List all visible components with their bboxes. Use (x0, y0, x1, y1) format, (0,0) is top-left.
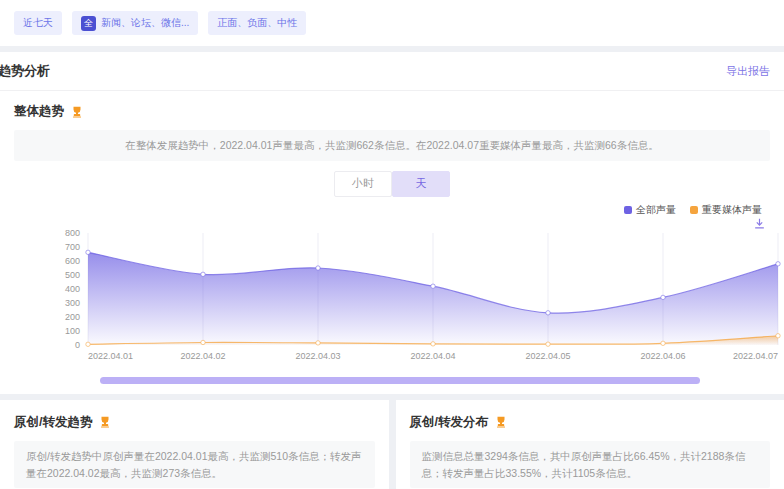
filter-chip-daterange[interactable]: 近七天 (14, 11, 62, 35)
trend-analysis-card: 趋势分析 导出报告 整体趋势 在整体发展趋势中，2022.04.01声量最高，共… (0, 52, 784, 394)
download-chart-icon[interactable] (753, 217, 766, 230)
data-point (86, 250, 90, 254)
data-point (316, 340, 320, 344)
data-point (431, 284, 435, 288)
legend-swatch-icon (624, 206, 632, 214)
legend-swatch-icon (690, 206, 698, 214)
x-axis-label: 2022.04.01 (88, 351, 133, 361)
original-repost-trend-summary: 原创/转发趋势中原创声量在2022.04.01最高，共监测510条信息；转发声量… (14, 441, 375, 489)
source-all-icon: 全 (81, 16, 96, 31)
overall-summary: 在整体发展趋势中，2022.04.01声量最高，共监测662条信息。在2022.… (14, 130, 770, 161)
chart-legend: 全部声量重要媒体声量 (14, 203, 770, 217)
x-axis-label: 2022.04.07 (733, 351, 778, 361)
data-point (201, 340, 205, 344)
y-axis-label: 500 (65, 270, 80, 280)
y-axis-label: 300 (65, 298, 80, 308)
y-axis-label: 700 (65, 242, 80, 252)
granularity-toggle: 小时 天 (334, 171, 450, 197)
export-report-link[interactable]: 导出报告 (726, 64, 770, 79)
original-repost-trend-card: 原创/转发趋势 原创/转发趋势中原创声量在2022.04.01最高，共监测510… (0, 400, 389, 489)
data-point (316, 266, 320, 270)
data-point (546, 342, 550, 346)
original-repost-trend-title: 原创/转发趋势 (14, 414, 92, 431)
page-title: 趋势分析 (0, 62, 50, 80)
datazoom-slider[interactable] (100, 377, 700, 384)
trend-chart: 2022.04.012022.04.022022.04.032022.04.04… (14, 219, 784, 361)
original-repost-distribution-card: 原创/转发分布 监测信息总量3294条信息，其中原创声量占比66.45%，共计2… (396, 400, 784, 489)
legend-item[interactable]: 重要媒体声量 (690, 203, 762, 217)
data-point (546, 310, 550, 314)
toggle-hour-button[interactable]: 小时 (334, 171, 392, 197)
y-axis-label: 100 (65, 326, 80, 336)
y-axis-label: 400 (65, 284, 80, 294)
award-icon (70, 105, 84, 119)
filter-chip-sources[interactable]: 全 新闻、论坛、微信... (72, 11, 198, 35)
data-point (776, 261, 780, 265)
original-repost-distribution-title: 原创/转发分布 (410, 414, 488, 431)
y-axis-label: 800 (65, 228, 80, 238)
overall-trend-title: 整体趋势 (14, 103, 64, 120)
data-point (201, 272, 205, 276)
filter-chip-sources-label: 新闻、论坛、微信... (101, 16, 189, 30)
legend-item[interactable]: 全部声量 (624, 203, 676, 217)
data-point (661, 295, 665, 299)
section-header: 趋势分析 导出报告 (0, 52, 784, 91)
filter-chip-sentiment[interactable]: 正面、负面、中性 (208, 11, 306, 35)
data-point (776, 333, 780, 337)
y-axis-label: 200 (65, 312, 80, 322)
data-point (661, 341, 665, 345)
award-icon (98, 415, 112, 429)
y-axis-label: 600 (65, 256, 80, 266)
x-axis-label: 2022.04.02 (180, 351, 225, 361)
x-axis-label: 2022.04.06 (640, 351, 685, 361)
filter-bar: 近七天 全 新闻、论坛、微信... 正面、负面、中性 (0, 0, 784, 46)
original-repost-distribution-summary: 监测信息总量3294条信息，其中原创声量占比66.45%，共计2188条信息；转… (410, 441, 771, 489)
x-axis-label: 2022.04.05 (525, 351, 570, 361)
award-icon (494, 415, 508, 429)
x-axis-label: 2022.04.04 (410, 351, 455, 361)
y-axis-label: 0 (75, 340, 80, 350)
chart-area: 2022.04.012022.04.022022.04.032022.04.04… (14, 219, 770, 365)
data-point (86, 342, 90, 346)
data-point (431, 341, 435, 345)
toggle-day-button[interactable]: 天 (392, 171, 450, 197)
x-axis-label: 2022.04.03 (295, 351, 340, 361)
